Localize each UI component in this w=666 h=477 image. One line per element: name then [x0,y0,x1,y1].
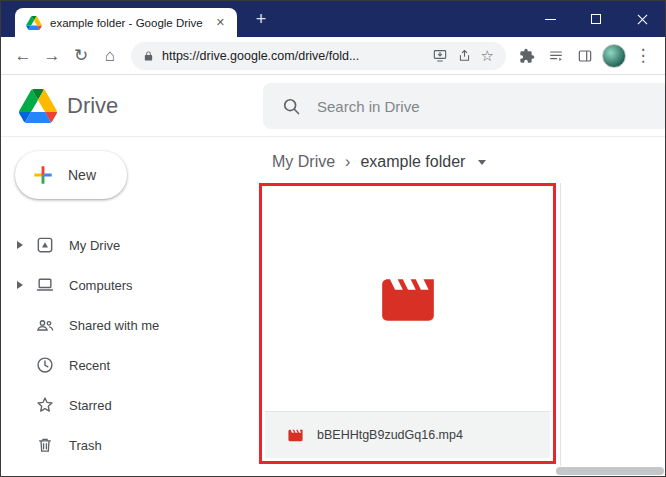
sidebar-item-my-drive[interactable]: My Drive [1,225,246,265]
close-icon [637,14,648,25]
drive-sidebar: New My Drive Computers [1,137,246,476]
shared-with-me-icon [35,315,55,335]
drive-wordmark: Drive [67,93,118,119]
sidebar-item-label: My Drive [69,238,120,253]
drive-body: New My Drive Computers [1,137,665,476]
reload-button[interactable]: ↻ [67,42,95,70]
computers-icon [35,275,55,295]
bookmark-star-icon[interactable]: ☆ [481,47,494,65]
sidebar-item-label: Starred [69,398,112,413]
browser-tab[interactable]: example folder - Google Drive ✕ [15,8,237,37]
sidebar-item-label: Shared with me [69,318,159,333]
sidebar-items: My Drive Computers Shared with me [1,225,246,465]
extensions-icon[interactable] [513,42,541,70]
address-bar[interactable]: https://drive.google.com/drive/fold... ☆ [131,42,506,70]
drive-logo-area[interactable]: Drive [1,89,246,123]
expand-arrow-icon[interactable] [17,281,31,289]
forward-button[interactable]: → [38,42,66,70]
tab-close-icon[interactable]: ✕ [212,15,229,30]
maximize-icon [591,14,601,24]
maximize-button[interactable] [573,1,619,37]
breadcrumb-separator-icon: › [345,153,350,171]
profile-avatar[interactable] [602,44,626,68]
search-input[interactable] [317,98,653,115]
url-text[interactable]: https://drive.google.com/drive/fold... [162,49,423,63]
my-drive-icon [35,235,55,255]
video-file-small-icon [287,427,304,444]
tab-title: example folder - Google Drive [50,17,212,29]
file-name: bBEHHtgB9zudGq16.mp4 [317,428,463,442]
sidebar-item-recent[interactable]: Recent [1,345,246,385]
chevron-down-icon[interactable] [478,160,486,165]
close-button[interactable] [619,1,665,37]
back-button[interactable]: ← [9,42,37,70]
starred-icon [35,395,55,415]
new-button[interactable]: New [15,151,127,199]
new-button-label: New [68,167,96,183]
file-card[interactable]: bBEHHtgB9zudGq16.mp4 [265,189,550,458]
new-tab-button[interactable]: + [249,9,273,31]
minimize-button[interactable] [527,1,573,37]
browser-menu-icon[interactable]: ⋮ [629,42,657,70]
multicolor-plus-icon [30,162,56,188]
expand-arrow-icon[interactable] [17,241,31,249]
lock-icon [143,50,154,62]
file-preview[interactable] [265,189,550,411]
video-file-icon [377,269,439,331]
sidebar-item-label: Recent [69,358,110,373]
drive-header: Drive [1,75,665,137]
horizontal-scrollbar[interactable] [556,467,664,475]
minimize-icon [545,19,556,20]
drive-search-bar[interactable] [263,83,666,129]
browser-window: example folder - Google Drive ✕ + ← → ↻ … [0,0,666,477]
search-icon [281,96,301,116]
reading-list-icon[interactable] [542,42,570,70]
sidebar-item-label: Computers [69,278,133,293]
home-button[interactable]: ⌂ [96,42,124,70]
side-panel-icon[interactable] [571,42,599,70]
file-card-footer[interactable]: bBEHHtgB9zudGq16.mp4 [265,411,550,458]
sidebar-item-trash[interactable]: Trash [1,425,246,465]
drive-logo-icon [19,89,57,123]
sidebar-item-starred[interactable]: Starred [1,385,246,425]
annotation-rectangle: bBEHHtgB9zudGq16.mp4 [259,183,556,464]
breadcrumb-root[interactable]: My Drive [272,153,335,171]
browser-titlebar: example folder - Google Drive ✕ + [1,1,665,37]
breadcrumb: My Drive › example folder [246,137,665,171]
recent-icon [35,355,55,375]
browser-toolbar: ← → ↻ ⌂ https://drive.google.com/drive/f… [1,37,665,75]
drive-main: My Drive › example folder bBEHHtgB9zudGq… [246,137,665,476]
breadcrumb-current[interactable]: example folder [360,153,465,171]
share-icon[interactable] [457,48,472,63]
content-edge-divider [560,183,561,466]
sidebar-item-label: Trash [69,438,102,453]
install-app-icon[interactable] [432,48,448,64]
sidebar-item-computers[interactable]: Computers [1,265,246,305]
drive-favicon-icon [26,16,42,30]
trash-icon [35,435,55,455]
sidebar-item-shared-with-me[interactable]: Shared with me [1,305,246,345]
window-controls [527,1,665,37]
